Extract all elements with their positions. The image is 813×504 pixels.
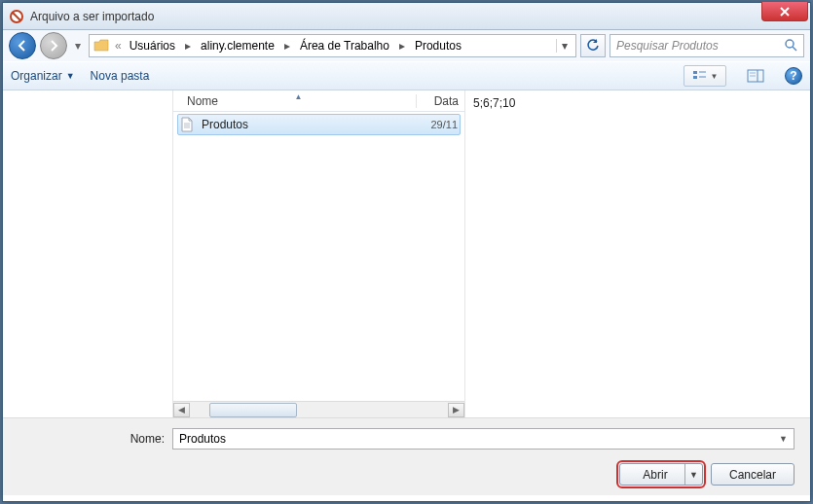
svg-rect-5	[693, 76, 697, 79]
breadcrumb-root-chevron[interactable]: «	[111, 39, 126, 53]
toolbar: Organizar ▼ Nova pasta ▼ ?	[3, 61, 810, 90]
breadcrumb-segment[interactable]: Área de Trabalho	[298, 39, 391, 53]
file-name: Produtos	[202, 118, 413, 131]
preview-pane-button[interactable]	[742, 65, 769, 87]
chevron-right-icon[interactable]: ▸	[179, 39, 197, 53]
scroll-right-button[interactable]: ▶	[448, 403, 464, 417]
sort-ascending-icon: ▲	[295, 92, 303, 101]
app-icon	[9, 9, 24, 24]
scroll-thumb[interactable]	[209, 403, 297, 417]
column-header-name[interactable]: ▲ Nome	[173, 94, 416, 108]
filename-row: Nome: Produtos ▼	[18, 428, 795, 450]
file-row[interactable]: Produtos 29/11	[177, 114, 461, 135]
chevron-down-icon[interactable]: ▼	[779, 434, 788, 444]
recent-locations-button[interactable]: ▾	[71, 36, 85, 55]
svg-rect-4	[693, 71, 697, 74]
navigation-pane[interactable]	[3, 90, 173, 417]
button-row: Abrir ▼ Cancelar	[18, 463, 795, 486]
dialog-body: ▲ Nome Data Produtos 29/11 ◀	[3, 90, 810, 417]
organize-button[interactable]: Organizar ▼	[11, 69, 75, 83]
open-button-dropdown[interactable]: ▼	[684, 464, 702, 485]
horizontal-scrollbar[interactable]: ◀ ▶	[173, 401, 464, 417]
preview-pane: 5;6;7;10	[465, 90, 810, 417]
search-icon	[784, 38, 797, 54]
scroll-track[interactable]	[190, 403, 448, 417]
svg-line-3	[793, 47, 796, 51]
back-button[interactable]	[9, 32, 36, 59]
column-header-date[interactable]: Data	[416, 94, 464, 108]
chevron-down-icon: ▼	[711, 72, 719, 81]
folder-icon	[93, 39, 109, 53]
help-button[interactable]: ?	[785, 67, 802, 85]
scroll-left-button[interactable]: ◀	[173, 403, 190, 417]
column-headers: ▲ Nome Data	[173, 90, 464, 112]
titlebar: Arquivo a ser importado	[3, 3, 810, 30]
file-list[interactable]: Produtos 29/11	[173, 112, 464, 401]
chevron-right-icon[interactable]: ▸	[393, 39, 411, 53]
forward-button[interactable]	[40, 32, 67, 59]
navigation-row: ▾ « Usuários ▸ aliny.clemente ▸ Área de …	[3, 30, 810, 61]
chevron-down-icon: ▼	[66, 71, 75, 81]
close-button[interactable]	[761, 2, 808, 21]
breadcrumb-bar[interactable]: « Usuários ▸ aliny.clemente ▸ Área de Tr…	[89, 34, 576, 57]
views-button[interactable]: ▼	[684, 65, 726, 87]
breadcrumb-segment[interactable]: Produtos	[413, 39, 463, 53]
search-input[interactable]: Pesquisar Produtos	[610, 34, 804, 57]
breadcrumb-segment[interactable]: aliny.clemente	[199, 39, 277, 53]
file-date: 29/11	[419, 119, 458, 130]
chevron-right-icon[interactable]: ▸	[278, 39, 296, 53]
search-placeholder: Pesquisar Produtos	[616, 39, 719, 53]
filename-input[interactable]: Produtos ▼	[172, 428, 795, 450]
filename-label: Nome:	[18, 432, 165, 446]
refresh-button[interactable]	[580, 34, 606, 57]
document-icon	[180, 117, 196, 132]
file-open-dialog: Arquivo a ser importado ▾ « Usuários ▸ a…	[2, 2, 811, 502]
file-list-pane: ▲ Nome Data Produtos 29/11 ◀	[173, 90, 465, 417]
svg-point-2	[786, 40, 794, 48]
dialog-footer: Nome: Produtos ▼ Abrir ▼ Cancelar	[3, 417, 810, 495]
breadcrumb-dropdown[interactable]: ▾	[556, 39, 572, 53]
window-title: Arquivo a ser importado	[30, 10, 154, 23]
open-button[interactable]: Abrir ▼	[619, 463, 703, 486]
new-folder-button[interactable]: Nova pasta	[91, 69, 150, 83]
cancel-button[interactable]: Cancelar	[711, 463, 795, 486]
preview-text: 5;6;7;10	[473, 96, 515, 110]
breadcrumb-segment[interactable]: Usuários	[128, 39, 177, 53]
window-buttons	[762, 2, 808, 21]
